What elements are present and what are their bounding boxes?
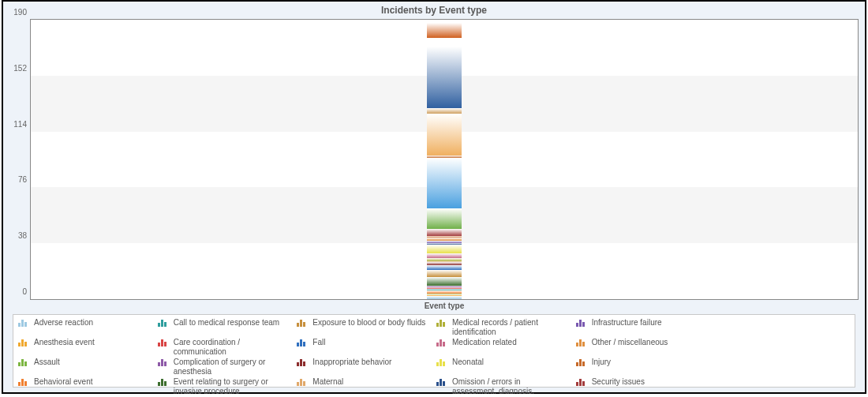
legend-label: Adverse reaction [34, 318, 93, 328]
legend-item: Adverse reaction [18, 318, 153, 336]
x-axis-label: Event type [30, 301, 859, 310]
bar-segment [427, 114, 462, 155]
legend-label: Exposure to blood or body fluids [312, 318, 425, 328]
bar-segment [427, 108, 462, 114]
legend-item: Maternal [297, 377, 432, 394]
legend-item: Neonatal [436, 358, 571, 376]
legend-label: Infrastructure failure [592, 318, 662, 328]
bar-chart-icon [436, 358, 447, 366]
legend-item: Other / miscellaneous [576, 338, 711, 356]
bar-segment [427, 158, 462, 208]
bar-chart-icon [18, 378, 29, 386]
y-tick-label: 38 [18, 231, 27, 240]
legend-label: Other / miscellaneous [592, 338, 668, 347]
legend-label: Complication of surgery or anesthesia [174, 358, 288, 376]
bar-chart-icon [297, 378, 308, 386]
legend-label: Neonatal [452, 358, 484, 367]
bar-segment [427, 245, 462, 253]
legend-item: Medical records / patient identification [436, 318, 571, 336]
chart-frame: Incidents by Event type 03876114152190 E… [2, 0, 866, 394]
bar-chart-icon [18, 319, 29, 327]
bar-segment [427, 38, 462, 47]
legend-item: Fall [297, 338, 432, 356]
bar-chart-icon [297, 319, 308, 327]
bar-chart-icon [158, 358, 169, 366]
plot-area [30, 19, 859, 300]
legend-label: Fall [312, 338, 325, 347]
y-tick-label: 190 [13, 8, 27, 17]
legend-item: Complication of surgery or anesthesia [158, 358, 293, 376]
bar-segment [427, 277, 462, 286]
bar-chart-icon [576, 358, 587, 366]
bar-chart-icon [297, 339, 308, 346]
legend-item: Care coordination / communication [158, 338, 293, 356]
legend-label: Behavioral event [34, 377, 93, 387]
bar-chart-icon [436, 378, 447, 386]
bar-chart-icon [576, 378, 587, 386]
legend-label: Inappropriate behavior [312, 358, 391, 367]
legend: Adverse reactionCall to medical response… [13, 314, 855, 388]
legend-label: Medication related [452, 338, 517, 347]
bar-chart-icon [436, 339, 447, 346]
bar-chart-icon [576, 339, 587, 346]
bar-chart-icon [436, 319, 447, 327]
legend-item: Behavioral event [18, 377, 153, 394]
legend-label: Care coordination / communication [174, 338, 288, 356]
bar-chart-icon [158, 339, 169, 346]
bar-chart-icon [18, 358, 29, 366]
legend-item: Medication related [436, 338, 571, 356]
bar-segment [427, 47, 462, 108]
legend-item: Inappropriate behavior [297, 358, 432, 376]
bar-chart-icon [158, 319, 169, 327]
chart-title: Incidents by Event type [3, 2, 865, 21]
y-axis: 03876114152190 [6, 19, 28, 300]
stacked-bar [427, 23, 462, 299]
legend-item: Infrastructure failure [576, 318, 711, 336]
legend-label: Security issues [592, 377, 645, 387]
bar-segment [427, 229, 462, 236]
y-tick-label: 0 [22, 287, 27, 296]
bar-chart-icon [158, 378, 169, 386]
bar-chart-icon [576, 319, 587, 327]
legend-item: Anesthesia event [18, 338, 153, 356]
y-tick-label: 152 [13, 63, 27, 72]
legend-label: Anesthesia event [34, 338, 95, 347]
legend-label: Maternal [312, 377, 343, 387]
legend-label: Medical records / patient identification [452, 318, 567, 336]
legend-label: Event relating to surgery or invasive pr… [174, 377, 288, 394]
legend-label: Injury [592, 358, 611, 367]
legend-item: Security issues [576, 377, 711, 394]
legend-label: Omission / errors in assessment, diagnos… [452, 377, 567, 394]
legend-label: Call to medical response team [174, 318, 280, 328]
legend-item: Call to medical response team [158, 318, 293, 336]
legend-item: Assault [18, 358, 153, 376]
bar-chart-icon [297, 358, 308, 366]
y-tick-label: 76 [18, 175, 27, 184]
bar-chart-icon [18, 339, 29, 346]
plot-wrap: 03876114152190 [30, 19, 859, 300]
legend-item: Injury [576, 358, 711, 376]
y-tick-label: 114 [13, 119, 27, 128]
bar-segment [427, 270, 462, 277]
bar-segment [427, 23, 462, 38]
legend-label: Assault [34, 358, 60, 367]
legend-item: Event relating to surgery or invasive pr… [158, 377, 293, 394]
legend-item: Omission / errors in assessment, diagnos… [436, 377, 571, 394]
legend-item: Exposure to blood or body fluids [297, 318, 432, 336]
bar-segment [427, 208, 462, 229]
bar-segment [427, 296, 462, 299]
